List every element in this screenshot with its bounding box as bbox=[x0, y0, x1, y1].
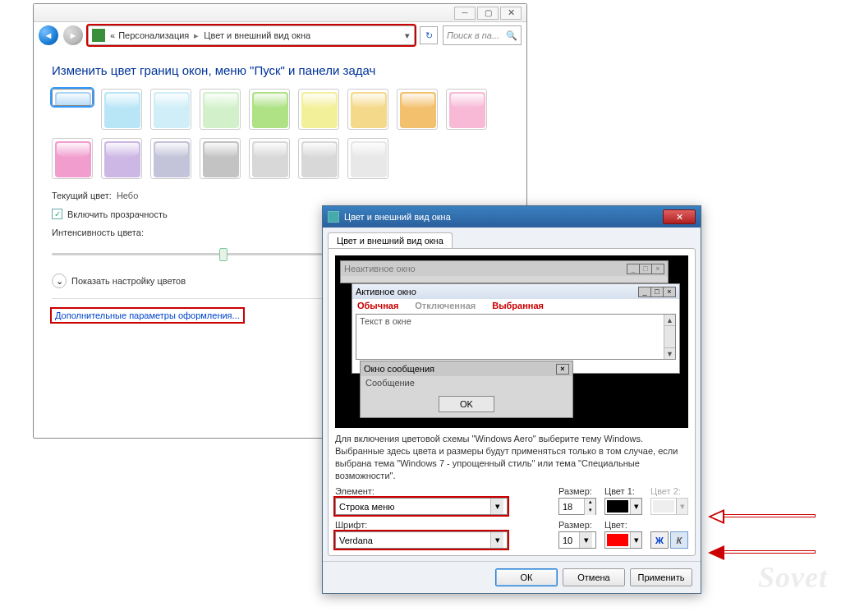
color-swatch[interactable] bbox=[150, 89, 191, 130]
color-swatch[interactable] bbox=[347, 89, 388, 130]
color2-swatch bbox=[653, 500, 674, 513]
scroll-down-icon: ▼ bbox=[664, 347, 675, 359]
advanced-appearance-link[interactable]: Дополнительные параметры оформления... bbox=[52, 309, 243, 322]
color-swatch[interactable] bbox=[200, 89, 241, 130]
chevron-down-icon[interactable]: ▾ bbox=[401, 30, 414, 41]
step-up-icon[interactable]: ▴ bbox=[584, 499, 595, 507]
scrollbar: ▲▼ bbox=[664, 315, 675, 359]
color-swatch[interactable] bbox=[52, 138, 93, 179]
font-size-label: Размер: bbox=[558, 520, 596, 530]
intensity-slider[interactable] bbox=[52, 246, 331, 262]
color-swatch[interactable] bbox=[101, 138, 142, 179]
color-swatch[interactable] bbox=[101, 89, 142, 130]
advanced-appearance-window: Цвет и внешний вид окна ✕ Цвет и внешний… bbox=[322, 205, 701, 594]
preview-textbox: Текст в окне ▲▼ bbox=[356, 314, 676, 360]
font-size-select[interactable]: 10 ▾ bbox=[558, 531, 596, 549]
element-value: Строка меню bbox=[339, 502, 394, 512]
maximize-icon: □ bbox=[650, 287, 664, 297]
callout-arrow bbox=[708, 545, 815, 560]
minimize-button[interactable]: ─ bbox=[454, 7, 476, 20]
close-icon: ✕ bbox=[508, 7, 515, 18]
transparency-label: Включить прозрачность bbox=[67, 209, 168, 219]
size-label: Размер: bbox=[558, 486, 596, 496]
chevron-right-icon: ▸ bbox=[191, 30, 202, 41]
close-button[interactable]: ✕ bbox=[663, 209, 696, 224]
color-swatch[interactable] bbox=[347, 138, 388, 179]
breadcrumb-prefix: « bbox=[108, 30, 117, 40]
chevron-right-icon: ► bbox=[69, 30, 78, 40]
minimize-icon: _ bbox=[627, 264, 640, 274]
color1-swatch bbox=[607, 500, 628, 513]
preview-inactive-title: Неактивное окно bbox=[344, 264, 416, 274]
menu-normal: Обычная bbox=[357, 301, 398, 310]
color-swatch[interactable] bbox=[200, 138, 241, 179]
font-color-swatch bbox=[607, 534, 628, 546]
color-swatch[interactable] bbox=[249, 89, 290, 130]
step-down-icon[interactable]: ▾ bbox=[584, 507, 595, 515]
cancel-button[interactable]: Отмена bbox=[563, 568, 625, 586]
color-swatch[interactable] bbox=[298, 89, 339, 130]
color-swatch[interactable] bbox=[397, 89, 438, 130]
dialog-titlebar: Цвет и внешний вид окна ✕ bbox=[323, 206, 701, 228]
window-titlebar: ─ ▢ ✕ bbox=[34, 4, 526, 22]
font-size-value: 10 bbox=[563, 536, 572, 545]
tab-panel: Неактивное окно _□× Активное окно _□× Об… bbox=[328, 248, 696, 556]
chevron-down-icon: ▾ bbox=[490, 499, 503, 514]
preview-msg-body: Сообщение bbox=[361, 376, 572, 389]
dialog-buttons: ОК Отмена Применить bbox=[323, 561, 701, 593]
ok-button[interactable]: ОК bbox=[495, 568, 558, 586]
color-swatch[interactable] bbox=[446, 89, 487, 130]
slider-track bbox=[52, 253, 331, 255]
close-icon: × bbox=[651, 264, 664, 274]
element-select[interactable]: Строка меню ▾ bbox=[335, 498, 508, 515]
transparency-checkbox[interactable]: ✓ bbox=[52, 209, 62, 219]
info-note: Для включения цветовой схемы "Windows Ae… bbox=[335, 433, 688, 481]
color2-label: Цвет 2: bbox=[650, 486, 688, 496]
slider-thumb[interactable] bbox=[219, 248, 227, 261]
color-swatch[interactable] bbox=[52, 89, 93, 106]
italic-toggle[interactable]: К bbox=[670, 531, 688, 549]
preview-area: Неактивное окно _□× Активное окно _□× Об… bbox=[335, 255, 688, 428]
watermark: Sovet bbox=[758, 560, 828, 595]
color-swatch[interactable] bbox=[249, 138, 290, 179]
maximize-button[interactable]: ▢ bbox=[477, 7, 499, 20]
expand-button[interactable]: ⌄ bbox=[52, 274, 67, 288]
element-size-stepper[interactable]: 18 ▴▾ bbox=[558, 498, 596, 515]
current-color-row: Текущий цвет: Небо bbox=[52, 191, 508, 200]
color-swatch[interactable] bbox=[298, 138, 339, 179]
minimize-icon: _ bbox=[638, 287, 651, 297]
close-icon: ✕ bbox=[676, 212, 683, 223]
address-bar[interactable]: « Персонализация ▸ Цвет и внешний вид ок… bbox=[88, 25, 415, 45]
font-row: Шрифт: Verdana ▾ Размер: 10 ▾ Цвет: ▾ Ж … bbox=[335, 520, 688, 549]
refresh-button[interactable]: ↻ bbox=[420, 26, 438, 44]
font-value: Verdana bbox=[339, 536, 373, 545]
element-size-value: 18 bbox=[559, 502, 584, 512]
preview-message-window: Окно сообщения × Сообщение OK bbox=[360, 361, 573, 418]
page-heading: Изменить цвет границ окон, меню "Пуск" и… bbox=[52, 63, 508, 77]
preview-msg-title: Окно сообщения bbox=[364, 364, 434, 374]
mixer-label: Показать настройку цветов bbox=[71, 276, 186, 286]
chevron-down-icon: ▾ bbox=[676, 499, 687, 514]
breadcrumb-item[interactable]: Цвет и внешний вид окна bbox=[202, 30, 312, 40]
search-placeholder: Поиск в па... bbox=[447, 30, 499, 40]
tab-appearance[interactable]: Цвет и внешний вид окна bbox=[328, 232, 453, 248]
bold-toggle[interactable]: Ж bbox=[650, 531, 669, 549]
dialog-icon bbox=[328, 211, 339, 223]
forward-button[interactable]: ► bbox=[63, 25, 83, 45]
font-color-label: Цвет: bbox=[604, 520, 642, 530]
search-input[interactable]: Поиск в па... 🔍 bbox=[443, 25, 522, 45]
tab-bar: Цвет и внешний вид окна bbox=[323, 228, 701, 248]
apply-button[interactable]: Применить bbox=[630, 568, 692, 586]
preview-ok-button: OK bbox=[439, 396, 494, 412]
color1-label: Цвет 1: bbox=[604, 486, 642, 496]
color1-picker[interactable]: ▾ bbox=[604, 498, 642, 515]
close-button[interactable]: ✕ bbox=[500, 7, 522, 20]
breadcrumb-item[interactable]: Персонализация bbox=[117, 30, 191, 40]
font-color-picker[interactable]: ▾ bbox=[604, 531, 642, 549]
color-swatch[interactable] bbox=[150, 138, 191, 179]
intensity-label: Интенсивность цвета: bbox=[52, 228, 144, 237]
font-select[interactable]: Verdana ▾ bbox=[335, 531, 508, 549]
current-color-label: Текущий цвет: bbox=[52, 191, 112, 200]
back-button[interactable]: ◄ bbox=[39, 25, 58, 45]
menu-selected: Выбранная bbox=[492, 301, 544, 310]
